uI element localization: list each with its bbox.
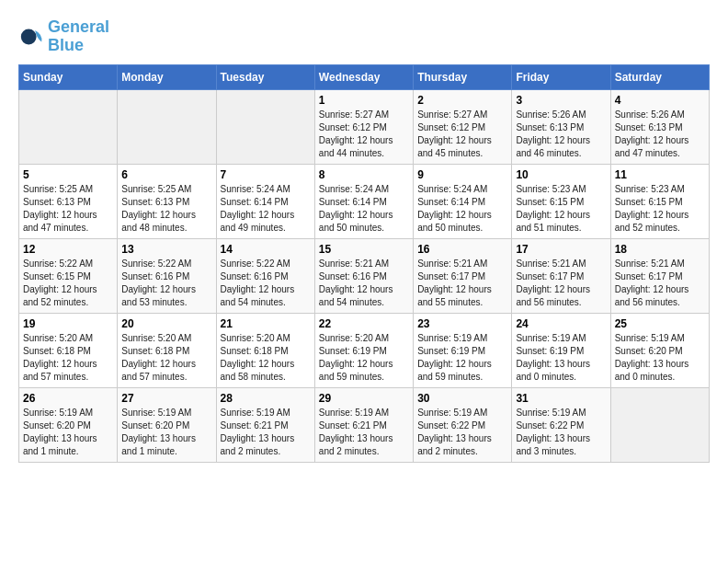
calendar-cell xyxy=(19,89,118,164)
calendar-cell: 6Sunrise: 5:25 AM Sunset: 6:13 PM Daylig… xyxy=(118,164,216,238)
day-info: Sunrise: 5:22 AM Sunset: 6:15 PM Dayligh… xyxy=(23,258,113,309)
weekday-header: Tuesday xyxy=(216,64,314,89)
calendar-cell: 17Sunrise: 5:21 AM Sunset: 6:17 PM Dayli… xyxy=(512,238,610,313)
day-number: 20 xyxy=(121,317,211,330)
calendar-cell: 20Sunrise: 5:20 AM Sunset: 6:18 PM Dayli… xyxy=(118,313,216,387)
day-info: Sunrise: 5:25 AM Sunset: 6:13 PM Dayligh… xyxy=(121,183,211,235)
day-info: Sunrise: 5:22 AM Sunset: 6:16 PM Dayligh… xyxy=(121,258,211,309)
day-info: Sunrise: 5:24 AM Sunset: 6:14 PM Dayligh… xyxy=(221,183,311,235)
calendar-cell: 5Sunrise: 5:25 AM Sunset: 6:13 PM Daylig… xyxy=(19,164,118,238)
calendar-cell: 14Sunrise: 5:22 AM Sunset: 6:16 PM Dayli… xyxy=(216,238,314,313)
day-info: Sunrise: 5:24 AM Sunset: 6:14 PM Dayligh… xyxy=(417,183,507,235)
day-info: Sunrise: 5:19 AM Sunset: 6:20 PM Dayligh… xyxy=(23,407,113,458)
day-number: 23 xyxy=(417,317,507,330)
day-info: Sunrise: 5:27 AM Sunset: 6:12 PM Dayligh… xyxy=(319,109,409,160)
day-number: 21 xyxy=(221,317,311,330)
calendar-week-row: 5Sunrise: 5:25 AM Sunset: 6:13 PM Daylig… xyxy=(19,164,710,238)
calendar-cell: 1Sunrise: 5:27 AM Sunset: 6:12 PM Daylig… xyxy=(314,89,413,164)
calendar-cell: 25Sunrise: 5:19 AM Sunset: 6:20 PM Dayli… xyxy=(610,313,709,387)
day-info: Sunrise: 5:20 AM Sunset: 6:19 PM Dayligh… xyxy=(319,332,409,384)
day-number: 18 xyxy=(615,243,705,256)
logo: GeneralBlue xyxy=(18,18,109,55)
day-info: Sunrise: 5:21 AM Sunset: 6:17 PM Dayligh… xyxy=(417,258,507,309)
day-info: Sunrise: 5:26 AM Sunset: 6:13 PM Dayligh… xyxy=(516,109,606,160)
day-info: Sunrise: 5:19 AM Sunset: 6:19 PM Dayligh… xyxy=(516,332,606,384)
day-number: 5 xyxy=(23,168,113,181)
calendar-cell: 29Sunrise: 5:19 AM Sunset: 6:21 PM Dayli… xyxy=(314,387,413,462)
calendar-week-row: 19Sunrise: 5:20 AM Sunset: 6:18 PM Dayli… xyxy=(19,313,710,387)
day-number: 13 xyxy=(121,243,211,256)
day-number: 4 xyxy=(615,94,705,107)
day-number: 30 xyxy=(417,392,507,405)
day-number: 9 xyxy=(417,168,507,181)
weekday-header: Wednesday xyxy=(314,64,413,89)
calendar-cell: 21Sunrise: 5:20 AM Sunset: 6:18 PM Dayli… xyxy=(216,313,314,387)
page-header: GeneralBlue xyxy=(18,18,710,55)
calendar-cell: 10Sunrise: 5:23 AM Sunset: 6:15 PM Dayli… xyxy=(512,164,610,238)
day-info: Sunrise: 5:19 AM Sunset: 6:20 PM Dayligh… xyxy=(615,332,705,384)
day-info: Sunrise: 5:22 AM Sunset: 6:16 PM Dayligh… xyxy=(221,258,311,309)
day-number: 14 xyxy=(221,243,311,256)
calendar-cell: 4Sunrise: 5:26 AM Sunset: 6:13 PM Daylig… xyxy=(610,89,709,164)
calendar-cell: 28Sunrise: 5:19 AM Sunset: 6:21 PM Dayli… xyxy=(216,387,314,462)
day-number: 29 xyxy=(319,392,409,405)
calendar-cell: 7Sunrise: 5:24 AM Sunset: 6:14 PM Daylig… xyxy=(216,164,314,238)
day-info: Sunrise: 5:23 AM Sunset: 6:15 PM Dayligh… xyxy=(516,183,606,235)
day-info: Sunrise: 5:26 AM Sunset: 6:13 PM Dayligh… xyxy=(615,109,705,160)
day-number: 12 xyxy=(23,243,113,256)
calendar-cell xyxy=(216,89,314,164)
day-number: 26 xyxy=(23,392,113,405)
day-number: 24 xyxy=(516,317,606,330)
calendar-cell: 8Sunrise: 5:24 AM Sunset: 6:14 PM Daylig… xyxy=(314,164,413,238)
day-info: Sunrise: 5:20 AM Sunset: 6:18 PM Dayligh… xyxy=(221,332,311,384)
day-number: 22 xyxy=(319,317,409,330)
day-info: Sunrise: 5:25 AM Sunset: 6:13 PM Dayligh… xyxy=(23,183,113,235)
calendar-cell: 26Sunrise: 5:19 AM Sunset: 6:20 PM Dayli… xyxy=(19,387,118,462)
day-info: Sunrise: 5:19 AM Sunset: 6:22 PM Dayligh… xyxy=(516,407,606,458)
day-info: Sunrise: 5:19 AM Sunset: 6:20 PM Dayligh… xyxy=(121,407,211,458)
calendar-header: SundayMondayTuesdayWednesdayThursdayFrid… xyxy=(19,64,710,89)
day-number: 27 xyxy=(121,392,211,405)
logo-text: GeneralBlue xyxy=(48,18,109,55)
calendar-cell: 18Sunrise: 5:21 AM Sunset: 6:17 PM Dayli… xyxy=(610,238,709,313)
day-number: 10 xyxy=(516,168,606,181)
day-number: 15 xyxy=(319,243,409,256)
calendar-cell xyxy=(118,89,216,164)
calendar-cell: 31Sunrise: 5:19 AM Sunset: 6:22 PM Dayli… xyxy=(512,387,610,462)
day-info: Sunrise: 5:24 AM Sunset: 6:14 PM Dayligh… xyxy=(319,183,409,235)
calendar-cell: 24Sunrise: 5:19 AM Sunset: 6:19 PM Dayli… xyxy=(512,313,610,387)
calendar-cell: 3Sunrise: 5:26 AM Sunset: 6:13 PM Daylig… xyxy=(512,89,610,164)
day-info: Sunrise: 5:19 AM Sunset: 6:19 PM Dayligh… xyxy=(417,332,507,384)
logo-icon xyxy=(18,24,44,50)
day-number: 28 xyxy=(221,392,311,405)
calendar-cell: 9Sunrise: 5:24 AM Sunset: 6:14 PM Daylig… xyxy=(414,164,512,238)
weekday-header: Saturday xyxy=(610,64,709,89)
calendar-cell: 13Sunrise: 5:22 AM Sunset: 6:16 PM Dayli… xyxy=(118,238,216,313)
svg-point-0 xyxy=(21,29,37,44)
calendar-cell: 16Sunrise: 5:21 AM Sunset: 6:17 PM Dayli… xyxy=(414,238,512,313)
calendar-cell: 11Sunrise: 5:23 AM Sunset: 6:15 PM Dayli… xyxy=(610,164,709,238)
day-info: Sunrise: 5:19 AM Sunset: 6:22 PM Dayligh… xyxy=(417,407,507,458)
calendar-cell: 12Sunrise: 5:22 AM Sunset: 6:15 PM Dayli… xyxy=(19,238,118,313)
calendar-cell: 22Sunrise: 5:20 AM Sunset: 6:19 PM Dayli… xyxy=(314,313,413,387)
day-info: Sunrise: 5:27 AM Sunset: 6:12 PM Dayligh… xyxy=(417,109,507,160)
day-info: Sunrise: 5:19 AM Sunset: 6:21 PM Dayligh… xyxy=(221,407,311,458)
day-number: 31 xyxy=(516,392,606,405)
calendar-cell: 15Sunrise: 5:21 AM Sunset: 6:16 PM Dayli… xyxy=(314,238,413,313)
day-info: Sunrise: 5:20 AM Sunset: 6:18 PM Dayligh… xyxy=(121,332,211,384)
day-info: Sunrise: 5:19 AM Sunset: 6:21 PM Dayligh… xyxy=(319,407,409,458)
day-number: 1 xyxy=(319,94,409,107)
day-number: 19 xyxy=(23,317,113,330)
day-info: Sunrise: 5:21 AM Sunset: 6:16 PM Dayligh… xyxy=(319,258,409,309)
calendar-cell: 27Sunrise: 5:19 AM Sunset: 6:20 PM Dayli… xyxy=(118,387,216,462)
header-row: SundayMondayTuesdayWednesdayThursdayFrid… xyxy=(19,64,710,89)
weekday-header: Friday xyxy=(512,64,610,89)
day-number: 17 xyxy=(516,243,606,256)
weekday-header: Monday xyxy=(118,64,216,89)
day-number: 16 xyxy=(417,243,507,256)
calendar-week-row: 12Sunrise: 5:22 AM Sunset: 6:15 PM Dayli… xyxy=(19,238,710,313)
day-number: 8 xyxy=(319,168,409,181)
day-info: Sunrise: 5:20 AM Sunset: 6:18 PM Dayligh… xyxy=(23,332,113,384)
calendar-cell: 30Sunrise: 5:19 AM Sunset: 6:22 PM Dayli… xyxy=(414,387,512,462)
calendar-week-row: 26Sunrise: 5:19 AM Sunset: 6:20 PM Dayli… xyxy=(19,387,710,462)
